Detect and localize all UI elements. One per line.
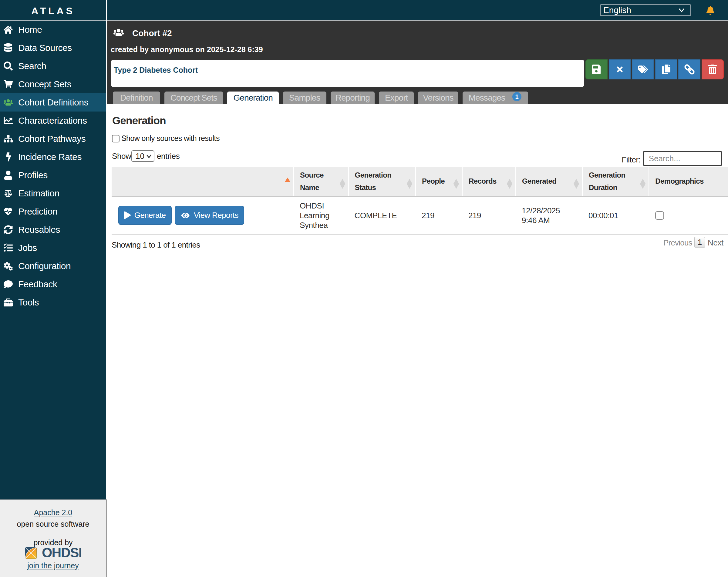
svg-text:OHDSI: OHDSI	[42, 547, 81, 559]
